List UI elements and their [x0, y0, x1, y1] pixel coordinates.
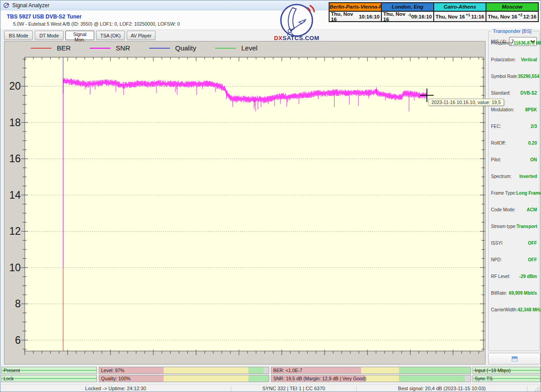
statusbar-separator [527, 386, 527, 392]
legend-line-quality [149, 48, 170, 49]
tab-tsa-ok[interactable]: TSA (OK) [96, 31, 125, 40]
transponder-row-frame-type: Frame Type:Long Frame [489, 191, 539, 207]
y-axis-labels: 20181614121086 [9, 80, 21, 346]
indicator-bar-quality-text: Quality: 100% [101, 375, 130, 382]
indicator-box-sync-ts: Sync TS [472, 375, 541, 382]
indicator-row-2: LockQuality: 100%SNR: 19,5 dB (Margin: 1… [0, 375, 541, 382]
transponder-label: Code Mode: [491, 207, 515, 212]
svg-text:16: 16 [9, 153, 21, 164]
transponder-row-npd: NPD:OFF [489, 257, 539, 274]
transponder-row-issyi: ISSYIOFF [489, 241, 539, 257]
satellite-dish-icon [267, 2, 326, 36]
transponder-label: ISSYI [491, 241, 503, 246]
tab-av-player[interactable]: AV Player [127, 31, 156, 40]
tab-bar: BS ModeDT ModeSignal Mon.TSA (OK)AV Play… [4, 31, 156, 40]
bar-zone-yellow [164, 367, 248, 374]
indicator-bar-snr: SNR: 19,5 dB (Margin: 12,9 dB | Very Goo… [271, 375, 471, 382]
clock-moscow: MoscowThu, Nov 16+212:16 [486, 2, 539, 22]
transponder-label: FEC: [491, 124, 501, 129]
bar-zone-yellow [164, 375, 248, 382]
transponder-list-button[interactable] [488, 353, 541, 365]
legend-line-level [215, 48, 236, 49]
transponder-label: RF Level: [491, 274, 510, 279]
indicator-bar-level-text: Level: 97% [101, 367, 124, 374]
bar-zone-gray [465, 375, 471, 382]
stacked-bars-icon [512, 356, 518, 361]
transponder-row-rolloff: RollOff:0.20 [489, 141, 539, 157]
transponder-row-polarization: Polarization:Vertical [489, 57, 539, 74]
transponder-row-spectrum: Spectrum:Inverted [489, 174, 539, 191]
clock-time: Thu, Nov 16+111:16 [434, 12, 486, 21]
transponder-label: NPD: [491, 257, 502, 262]
signal-chart[interactable]: 20181614121086 [5, 41, 485, 364]
indicator-bar-quality: Quality: 100% [99, 375, 269, 382]
transponder-label: RollOff: [491, 141, 506, 146]
transponder-label: Symbol Rate: [491, 74, 518, 79]
dxsatcs-logo: DXSATCS.COM [267, 2, 326, 41]
transponder-label: BitRate: [491, 291, 507, 296]
transponder-row-stream-type: Stream type:Transport [489, 224, 539, 241]
legend-label-level: Level [241, 44, 257, 52]
transponder-panel: Transponder [BS] Frequency:11636,870 MHz… [487, 29, 541, 365]
transponder-value: OFF [528, 257, 537, 262]
transponder-rows: Frequency:11636,870 MHzPolarization:Vert… [489, 41, 539, 324]
clock-cairo-athens: Cairo-AthensThu, Nov 16+111:16 [433, 2, 486, 22]
transponder-label: Frequency: [491, 41, 513, 46]
svg-text:8: 8 [15, 298, 21, 310]
tuner-details: 5.0W - Eutelsat 5 West A/B (ID: 3550) @ … [13, 21, 180, 27]
transponder-label: Frame Type: [491, 191, 516, 196]
app-icon [3, 2, 9, 9]
transponder-row-bitrate: BitRate:69,909 Mbit/s [489, 291, 539, 307]
tab-signal-mon[interactable]: Signal Mon. [65, 31, 94, 40]
bar-zone-yellow [361, 367, 399, 374]
transponder-row-carrierwidth: CarrierWidth:42,348 MHz [489, 307, 539, 324]
indicator-row-1: PresentLevel: 97%BER: <1.0E-7Input (~19 … [0, 367, 541, 374]
chart-tooltip: 2023-11-16 10.16.10, value: 19,5 [428, 99, 504, 106]
legend-line-snr [90, 48, 110, 49]
tab-bs-mode[interactable]: BS Mode [4, 31, 33, 40]
transponder-value: 42,348 MHz [518, 307, 541, 312]
transponder-value: 35290,554 KS/s [518, 74, 541, 79]
transponder-row-pilot: Pilot:ON [489, 157, 539, 174]
transponder-value: Transport [517, 224, 537, 229]
indicator-bar-snr-text: SNR: 19,5 dB (Margin: 12,9 dB | Very Goo… [273, 375, 366, 382]
transponder-label: Standard: [491, 91, 510, 96]
indicator-box-lock: Lock [1, 375, 97, 382]
bar-zone-green [248, 367, 264, 374]
resize-grip[interactable] [535, 387, 541, 392]
world-clocks: Berlin-Paris-Vienna-RomaThu, Nov 1610:16… [329, 2, 541, 22]
svg-text:12: 12 [9, 225, 21, 237]
transponder-value: 69,909 Mbit/s [509, 291, 537, 296]
transponder-value: ON [530, 157, 537, 162]
bar-zone-gray [264, 367, 269, 374]
transponder-row-frequency: Frequency:11636,870 MHz [489, 41, 539, 57]
transponder-groupbox: Transponder [BS] Frequency:11636,870 MHz… [488, 31, 540, 351]
transponder-value: 2/3 [531, 124, 537, 129]
clock-city-label: Cairo-Athens [434, 3, 486, 12]
transponder-value: -29 dBm [519, 274, 537, 279]
legend-label-quality: Quality [175, 44, 197, 52]
transponder-value: Inverted [519, 174, 537, 179]
svg-text:20: 20 [9, 80, 21, 92]
transponder-value: DVB-S2 [520, 91, 537, 96]
indicator-box-present: Present [1, 367, 97, 374]
statusbar-section-best-signal: Best signal: 20,4 dB (2023-11-15 10:03) [357, 385, 527, 392]
svg-text:6: 6 [15, 334, 21, 346]
legend-label-ber: BER [57, 44, 71, 52]
tuner-name: TBS 5927 USB DVB-S2 Tuner [7, 14, 82, 20]
transponder-value: ACM [527, 207, 537, 212]
transponder-label: Modulation: [491, 107, 514, 112]
statusbar-section-uptime: Locked -> Uptime: 24:12:30 [0, 385, 231, 392]
tab-dt-mode[interactable]: DT Mode [35, 31, 64, 40]
bar-zone-green [248, 375, 269, 382]
window-title: Signal Analyzer [12, 2, 50, 9]
transponder-label: Spectrum: [491, 174, 512, 179]
transponder-value: Vertical [521, 57, 537, 62]
transponder-row-modulation: Modulation:8PSK [489, 107, 539, 124]
transponder-row-symbol-rate: Symbol Rate:35290,554 KS/s [489, 74, 539, 91]
logo-text-dx: DX [274, 35, 283, 41]
transponder-label: Pilot: [491, 157, 501, 162]
chart-panel: BERSNRQualityLevel 20181614121086 2023-1… [4, 41, 486, 365]
indicator-bar-ber: BER: <1.0E-7 [271, 367, 471, 374]
chart-legend: BERSNRQualityLevel [31, 44, 276, 52]
